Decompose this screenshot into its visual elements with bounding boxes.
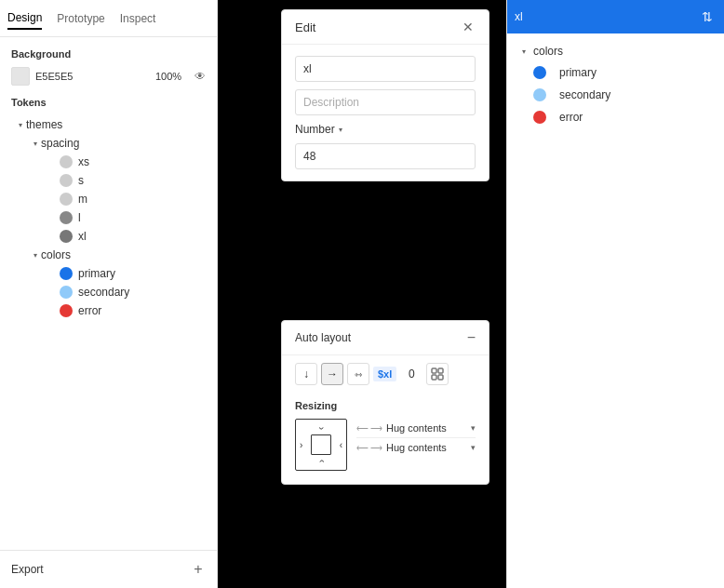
primary-color-dot [60,267,73,280]
resize-box: › ‹ › › [295,419,347,471]
hug-height-dropdown[interactable]: ▾ [471,443,476,452]
svg-rect-2 [432,375,436,380]
colors-tree-item[interactable]: ▾ colors [11,246,206,264]
token-secondary[interactable]: secondary [507,84,724,106]
arrow-left-icon: ⟵ [356,423,369,433]
color-secondary[interactable]: secondary [11,283,206,301]
autolayout-header: Auto layout − [282,321,489,355]
colors-group-label: colors [533,45,563,58]
spacing-l[interactable]: l [11,208,206,227]
modal-body: Number ▾ [282,45,489,180]
arrow-down-icon: ⟶ [370,443,382,452]
hug-width-icon: ⟵ ⟶ [356,423,382,433]
export-section: Export + [0,550,217,588]
tabs-bar: Design Prototype Inspect [0,0,217,37]
themes-chevron: ▾ [15,119,26,130]
spacing-tree-item[interactable]: ▾ spacing [11,134,206,153]
spacing-m-label: m [78,193,87,206]
spacing-token-badge[interactable]: $xl [373,367,396,381]
resize-inner-box [311,434,331,455]
spacing-l-dot [60,211,73,224]
token-group-colors[interactable]: ▾ colors [507,41,724,61]
token-settings-icon[interactable]: ⇅ [698,7,717,26]
spacing-m[interactable]: m [11,190,206,208]
left-panel: Design Prototype Inspect Background E5E5… [0,0,218,588]
svg-rect-0 [432,368,436,373]
spacing-xs[interactable]: xs [11,153,206,171]
color-error[interactable]: error [11,301,206,320]
autolayout-title: Auto layout [295,331,351,344]
svg-rect-3 [438,375,443,380]
direction-right-button[interactable]: → [321,363,343,385]
export-label: Export [11,563,44,576]
hug-width-row: ⟵ ⟶ Hug contents ▾ [356,419,476,438]
autolayout-toolbar: ↓ → ⇿ $xl 0 [282,355,489,393]
background-color-value: E5E5E5 [35,71,150,82]
color-primary[interactable]: primary [11,264,206,283]
tab-prototype[interactable]: Prototype [57,8,104,29]
modal-title: Edit [295,20,315,34]
export-add-button[interactable]: + [191,562,206,577]
token-secondary-label: secondary [559,88,610,101]
resize-arrow-bottom: › [316,460,327,462]
background-row: E5E5E5 100% 👁 [11,67,206,86]
token-dropdown: ▾ colors primary secondary error [507,33,724,136]
background-opacity: 100% [155,71,189,82]
token-primary-dot [533,66,546,79]
secondary-color-dot [60,286,73,299]
spacing-l-label: l [78,211,81,224]
resize-arrow-left: › [300,440,302,450]
background-section: Background E5E5E5 100% 👁 [11,48,206,86]
spacing-xl-label: xl [78,230,87,243]
hug-height-icon: ⟵ ⟶ [356,443,382,452]
arrow-up-icon: ⟵ [356,443,369,452]
spacing-xs-dot [60,155,73,168]
spacing-xl[interactable]: xl [11,227,206,246]
modal-description-input[interactable] [295,89,476,115]
tokens-label: Tokens [11,97,206,108]
spacing-options-button[interactable]: ⇿ [347,363,369,385]
themes-label: themes [26,118,62,131]
resizing-row: › ‹ › › ⟵ ⟶ Hug contents ▾ ⟵ [295,419,476,471]
spacing-s-label: s [78,174,84,187]
arrow-right-icon: ⟶ [370,423,382,433]
background-label: Background [11,48,206,60]
direction-down-button[interactable]: ↓ [295,363,317,385]
background-color-swatch[interactable] [11,67,30,86]
resize-arrow-right: ‹ [340,440,342,450]
hug-height-row: ⟵ ⟶ Hug contents ▾ [356,438,476,457]
modal-header: Edit ✕ [282,10,489,45]
number-label: Number [295,123,335,136]
number-label-row: Number ▾ [295,123,476,136]
themes-tree-item[interactable]: ▾ themes [11,115,206,134]
autolayout-collapse-button[interactable]: − [467,330,476,345]
primary-label: primary [78,267,115,280]
tab-design[interactable]: Design [7,7,42,30]
modal-number-input[interactable] [295,143,476,169]
resizing-section: Resizing › ‹ › › ⟵ ⟶ Hug contents ▾ [282,393,489,484]
spacing-s[interactable]: s [11,171,206,190]
colors-chevron: ▾ [30,249,41,261]
grid-options-button[interactable] [426,363,449,385]
tab-inspect[interactable]: Inspect [120,8,156,29]
token-primary-label: primary [559,66,597,79]
hug-height-label: Hug contents [386,442,467,453]
spacing-xl-dot [60,230,73,243]
colors-group-chevron: ▾ [518,46,530,57]
panel-content: Background E5E5E5 100% 👁 Tokens ▾ themes… [0,37,217,550]
token-search-bar: ⇅ [507,0,724,33]
number-dropdown-arrow[interactable]: ▾ [339,126,342,134]
token-primary[interactable]: primary [507,61,724,84]
modal-close-button[interactable]: ✕ [461,20,476,34]
padding-value[interactable]: 0 [400,368,422,381]
hug-width-dropdown[interactable]: ▾ [471,423,476,433]
modal-name-input[interactable] [295,56,476,82]
token-error-dot [533,111,546,124]
edit-modal: Edit ✕ Number ▾ [281,9,489,181]
spacing-s-dot [60,174,73,187]
visibility-icon[interactable]: 👁 [194,70,206,83]
resizing-label: Resizing [295,400,476,411]
colors-label: colors [41,248,71,261]
token-search-input[interactable] [515,10,698,23]
token-error[interactable]: error [507,106,724,128]
